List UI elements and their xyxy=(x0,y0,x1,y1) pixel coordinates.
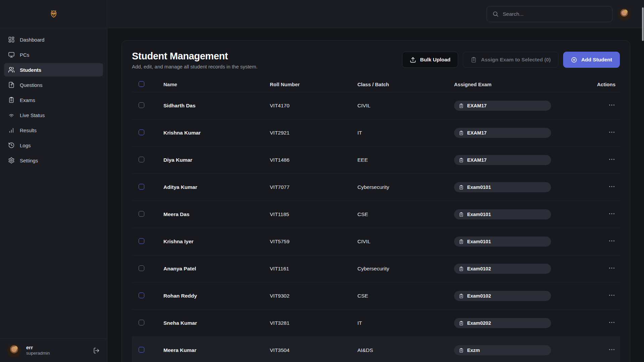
exam-label: Exam0102 xyxy=(467,266,491,271)
sidebar-item-pcs[interactable]: PCs xyxy=(4,48,103,61)
clipboard-icon xyxy=(459,321,464,326)
search-icon xyxy=(492,11,499,17)
sidebar-item-questions[interactable]: Questions xyxy=(4,78,103,92)
monitor-icon xyxy=(8,51,15,58)
row-checkbox[interactable] xyxy=(139,102,144,108)
wifi-icon xyxy=(8,112,15,118)
col-header-name: Name xyxy=(163,82,270,87)
assigned-exam-badge: Exam0101 xyxy=(454,209,551,219)
row-actions-button[interactable] xyxy=(608,101,615,109)
student-class: CIVIL xyxy=(357,103,454,109)
exam-label: Exzm xyxy=(467,348,480,353)
logout-icon[interactable] xyxy=(93,347,100,354)
vertical-scrollbar[interactable] xyxy=(642,7,644,41)
row-checkbox[interactable] xyxy=(139,184,144,190)
clipboard-icon xyxy=(459,348,464,353)
row-actions-button[interactable] xyxy=(608,292,615,299)
student-roll: VIT3504 xyxy=(270,347,357,353)
assigned-exam-badge: Exam0102 xyxy=(454,291,551,301)
row-checkbox[interactable] xyxy=(139,293,144,298)
sidebar-item-label: Questions xyxy=(20,82,43,88)
exam-label: Exam0101 xyxy=(467,185,491,190)
sidebar-item-exams[interactable]: Exams xyxy=(4,93,103,107)
row-checkbox[interactable] xyxy=(139,130,144,135)
assign-exam-button[interactable]: Assign Exam to Selected (0) xyxy=(463,52,558,68)
exam-label: EXAM17 xyxy=(467,130,487,136)
assigned-exam-badge: Exam0101 xyxy=(454,237,551,247)
sidebar-item-label: Settings xyxy=(20,158,38,163)
sidebar-item-dashboard[interactable]: Dashboard xyxy=(4,33,103,46)
table-row: Krishna Kumar VIT2921 IT EXAM17 xyxy=(132,119,620,147)
row-actions-button[interactable] xyxy=(608,128,615,136)
sidebar-nav: DashboardPCsStudentsQuestionsExamsLive S… xyxy=(0,28,107,339)
assigned-exam-badge: EXAM17 xyxy=(454,155,551,165)
exam-label: Exam0101 xyxy=(467,212,491,217)
assigned-exam-badge: EXAM17 xyxy=(454,128,551,138)
user-avatar[interactable] xyxy=(7,344,21,357)
row-actions-button[interactable] xyxy=(608,156,615,163)
bulk-upload-button[interactable]: Bulk Upload xyxy=(402,52,458,68)
row-checkbox[interactable] xyxy=(139,211,144,217)
sidebar-item-results[interactable]: Results xyxy=(4,123,103,137)
select-all-checkbox[interactable] xyxy=(139,81,144,87)
sidebar-item-label: Live Status xyxy=(20,112,45,118)
row-actions-button[interactable] xyxy=(608,319,615,326)
table-row: Ananya Patel VIT1161 Cybersecurity Exam0… xyxy=(132,255,620,282)
row-actions-button[interactable] xyxy=(608,346,615,353)
student-name: Aditya Kumar xyxy=(163,184,270,190)
add-student-button[interactable]: Add Student xyxy=(563,52,620,68)
student-roll: VIT9302 xyxy=(270,293,357,299)
user-area: err superadmin xyxy=(0,339,107,362)
student-class: Cybersecurity xyxy=(357,266,454,272)
student-class: AI&DS xyxy=(357,347,454,353)
student-name: Rohan Reddy xyxy=(163,293,270,299)
sidebar-item-live-status[interactable]: Live Status xyxy=(4,108,103,122)
student-class: EEE xyxy=(357,157,454,163)
user-name: err xyxy=(26,345,88,351)
student-class: CSE xyxy=(357,211,454,217)
row-actions-button[interactable] xyxy=(608,183,615,190)
row-actions-button[interactable] xyxy=(608,210,615,217)
exam-label: Exam0101 xyxy=(467,239,491,244)
file-question-icon xyxy=(8,82,15,88)
exam-label: EXAM17 xyxy=(467,157,487,163)
row-checkbox[interactable] xyxy=(139,238,144,244)
page-subtitle: Add, edit, and manage all student record… xyxy=(132,64,257,69)
row-checkbox[interactable] xyxy=(139,265,144,271)
clipboard-icon xyxy=(459,294,464,299)
student-name: Sidharth Das xyxy=(163,103,270,109)
table-body: Sidharth Das VIT4170 CIVIL EXAM17 xyxy=(132,92,620,362)
student-name: Krishna Iyer xyxy=(163,239,270,245)
student-management-card: Student Management Add, edit, and manage… xyxy=(121,40,630,362)
table-header-row: Name Roll Number Class / Batch Assigned … xyxy=(132,77,620,92)
row-checkbox[interactable] xyxy=(139,320,144,325)
student-roll: VIT7077 xyxy=(270,184,357,190)
sidebar-item-students[interactable]: Students xyxy=(4,63,103,76)
students-table: Name Roll Number Class / Batch Assigned … xyxy=(132,77,620,362)
sidebar-item-logs[interactable]: Logs xyxy=(4,139,103,152)
search-input[interactable] xyxy=(503,11,607,17)
col-header-class: Class / Batch xyxy=(357,82,454,87)
student-name: Diya Kumar xyxy=(163,157,270,163)
row-actions-button[interactable] xyxy=(608,237,615,245)
topbar-avatar[interactable] xyxy=(618,8,631,20)
student-name: Meera Kumar xyxy=(163,347,270,353)
sidebar-item-label: PCs xyxy=(20,52,29,58)
search-box[interactable] xyxy=(487,6,612,22)
row-actions-button[interactable] xyxy=(608,264,615,272)
gear-icon xyxy=(8,157,15,164)
row-checkbox[interactable] xyxy=(139,347,144,353)
header-actions: Bulk Upload Assign Exam to Selected (0) xyxy=(402,52,620,68)
student-name: Krishna Kumar xyxy=(163,130,270,136)
plus-circle-icon xyxy=(571,57,577,63)
student-class: IT xyxy=(357,130,454,136)
table-row: Rohan Reddy VIT9302 CSE Exam0102 xyxy=(132,282,620,310)
table-row: Aditya Kumar VIT7077 Cybersecurity Exam0… xyxy=(132,174,620,201)
sidebar-item-label: Results xyxy=(20,127,37,133)
sidebar-item-settings[interactable]: Settings xyxy=(4,154,103,167)
bar-chart-icon xyxy=(8,127,15,134)
student-roll: VIT1185 xyxy=(270,211,357,217)
clipboard-icon xyxy=(459,212,464,217)
student-roll: VIT5759 xyxy=(270,239,357,245)
row-checkbox[interactable] xyxy=(139,157,144,162)
